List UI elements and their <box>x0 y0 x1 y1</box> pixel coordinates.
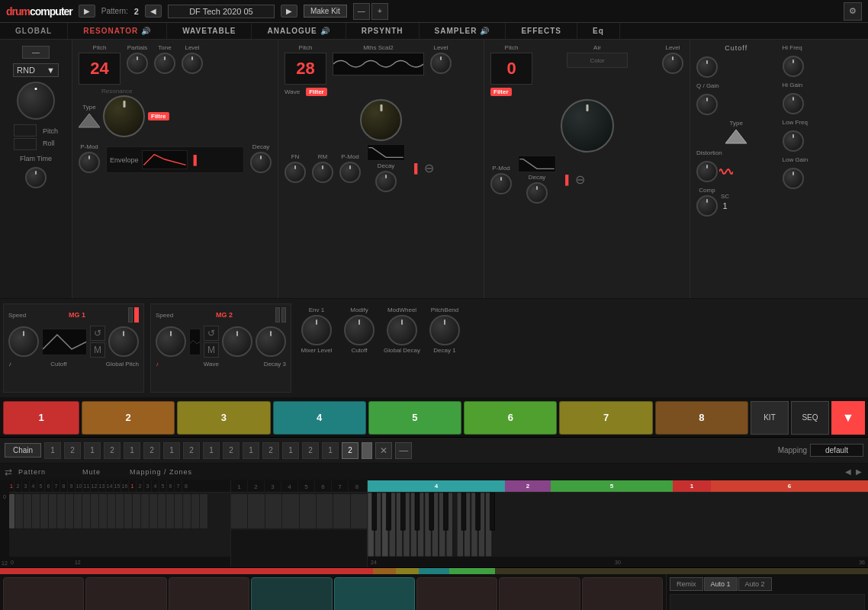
chain-num-0[interactable]: 1 <box>44 442 61 459</box>
chain-num-1[interactable]: 2 <box>64 442 81 459</box>
piano-key-group-5[interactable]: C1 G1 <box>334 577 415 610</box>
remix-tab-auto1[interactable]: Auto 1 <box>704 577 738 591</box>
tab-effects[interactable]: EFFECTS <box>506 23 577 39</box>
pattern-key-3[interactable] <box>24 494 31 528</box>
wavetable-decay-knob[interactable] <box>375 171 397 192</box>
tab-resonator[interactable]: RESONATOR 🔊 <box>68 23 167 39</box>
resonator-tone-knob[interactable] <box>154 53 175 74</box>
resonator-pmod-knob[interactable] <box>79 152 100 173</box>
pattern-key-19[interactable] <box>158 494 166 528</box>
modify-knob[interactable] <box>344 315 375 345</box>
pattern-key-23[interactable] <box>191 494 199 528</box>
effects-lowgain-knob[interactable] <box>783 168 804 189</box>
zone-5-button[interactable]: 5 <box>551 480 673 492</box>
analogue-level-knob[interactable] <box>662 53 683 74</box>
drum-pad-2[interactable]: 2 <box>82 401 175 435</box>
pattern-prev-button[interactable]: ◀ <box>145 5 162 18</box>
seq-button[interactable]: SEQ <box>791 401 829 435</box>
effects-higain-knob[interactable] <box>783 93 804 114</box>
drum-pad-4[interactable]: 4 <box>273 401 366 435</box>
chain-num-8[interactable]: 1 <box>203 442 220 459</box>
wavetable-minus-icon[interactable]: ⊖ <box>424 161 434 175</box>
analogue-env-icon[interactable]: ▐ <box>562 175 569 185</box>
pattern-key-8[interactable] <box>66 494 73 528</box>
wavetable-pmod-knob[interactable] <box>339 162 361 183</box>
tab-rpsynth[interactable]: RPSYNTH <box>346 23 420 39</box>
tab-sampler[interactable]: SAMPLER 🔊 <box>420 23 506 39</box>
mute-key-2[interactable] <box>248 494 264 528</box>
pattern-key-5[interactable] <box>40 494 48 528</box>
nav-right-button[interactable]: + <box>371 3 388 20</box>
chain-num-11[interactable]: 2 <box>262 442 279 459</box>
effects-comp-knob[interactable] <box>696 195 718 217</box>
resonator-main-knob[interactable] <box>103 95 145 137</box>
analogue-decay-knob[interactable] <box>526 182 548 204</box>
chain-num-9[interactable]: 2 <box>223 442 240 459</box>
lfo1-reset-icon[interactable]: ↺ <box>90 326 105 341</box>
tab-eq[interactable]: Eq <box>577 23 620 39</box>
chain-num-12[interactable]: 1 <box>282 442 299 459</box>
mute-key-6[interactable] <box>317 494 333 528</box>
piano-key-group-3[interactable]: H4 F♯8 <box>169 577 249 610</box>
tab-wavetable[interactable]: WAVETABLE <box>167 23 252 39</box>
analogue-pitch-value[interactable]: 0 <box>490 53 532 85</box>
zone-1-button[interactable]: 1 <box>673 480 711 492</box>
play-button[interactable]: ▶ <box>79 5 95 18</box>
wavetable-pitch-value[interactable]: 28 <box>285 53 326 85</box>
pattern-key-4[interactable] <box>32 494 40 528</box>
wavetable-fn-knob[interactable] <box>285 162 306 183</box>
zone-2-button[interactable]: 2 <box>505 480 551 492</box>
lfo1-second-knob[interactable] <box>108 326 139 357</box>
pattern-key-18[interactable] <box>149 494 157 528</box>
mute-key-1[interactable] <box>231 494 247 528</box>
analogue-main-knob[interactable] <box>561 99 614 152</box>
pattern-key-14[interactable] <box>116 494 124 528</box>
roll-button[interactable]: Roll <box>43 140 58 147</box>
drum-pad-5[interactable]: 5 <box>368 401 461 435</box>
piano-key-group-2[interactable]: A0 H0 <box>85 577 166 610</box>
mute-key-5[interactable] <box>300 494 316 528</box>
effects-lowfreq-knob[interactable] <box>783 130 804 152</box>
chain-num-7[interactable]: 2 <box>183 442 200 459</box>
wavetable-main-knob[interactable] <box>360 99 402 141</box>
analogue-pmod-knob[interactable] <box>490 173 512 194</box>
chain-num-3[interactable]: 2 <box>104 442 121 459</box>
pattern-key-9[interactable] <box>74 494 82 528</box>
lfo2-second-knob[interactable] <box>222 326 252 357</box>
effects-qgain-knob[interactable] <box>696 94 718 115</box>
mapping-value[interactable]: default <box>810 444 863 457</box>
pattern-key-16[interactable] <box>133 494 140 528</box>
rnd-select[interactable]: RND ▼ <box>13 63 59 77</box>
pattern-key-6[interactable] <box>49 494 56 528</box>
pattern-key-21[interactable] <box>175 494 182 528</box>
resonator-env-icon[interactable]: ▐ <box>191 155 198 165</box>
mute-key-8[interactable] <box>351 494 367 528</box>
kit-button[interactable]: KIT <box>751 401 789 435</box>
pattern-key-15[interactable] <box>124 494 132 528</box>
chain-num-5[interactable]: 2 <box>143 442 160 459</box>
wavetable-env-icon[interactable]: ▐ <box>411 163 418 174</box>
pattern-key-20[interactable] <box>166 494 174 528</box>
nav-left-button[interactable]: — <box>353 3 370 20</box>
pattern-key-11[interactable] <box>91 494 98 528</box>
flam-time-knob[interactable] <box>25 167 47 188</box>
resonator-pitch-value[interactable]: 24 <box>79 53 121 85</box>
pattern-key-2[interactable] <box>15 494 23 528</box>
chain-num-6[interactable]: 1 <box>163 442 180 459</box>
pattern-key-10[interactable] <box>82 494 90 528</box>
zone-4-button[interactable]: 4 <box>368 480 505 492</box>
pattern-key-7[interactable] <box>57 494 65 528</box>
remix-tab-remix[interactable]: Remix <box>670 577 703 591</box>
drum-pad-1[interactable]: 1 <box>3 401 79 435</box>
lfo1-mod-icon[interactable]: M <box>90 342 105 358</box>
pattern-key-13[interactable] <box>108 494 115 528</box>
chain-num-10[interactable]: 1 <box>243 442 259 459</box>
pattern-key-17[interactable] <box>141 494 149 528</box>
resonator-partials-knob[interactable] <box>127 53 148 74</box>
mapping-arrow-right[interactable]: ▶ <box>854 466 863 477</box>
chain-num-14[interactable]: 1 <box>322 442 339 459</box>
chain-button[interactable]: Chain <box>5 443 41 458</box>
pattern-next-button[interactable]: ▶ <box>281 5 297 18</box>
effects-cutoff-knob[interactable] <box>696 56 718 78</box>
wavetable-level-knob[interactable] <box>430 53 452 74</box>
